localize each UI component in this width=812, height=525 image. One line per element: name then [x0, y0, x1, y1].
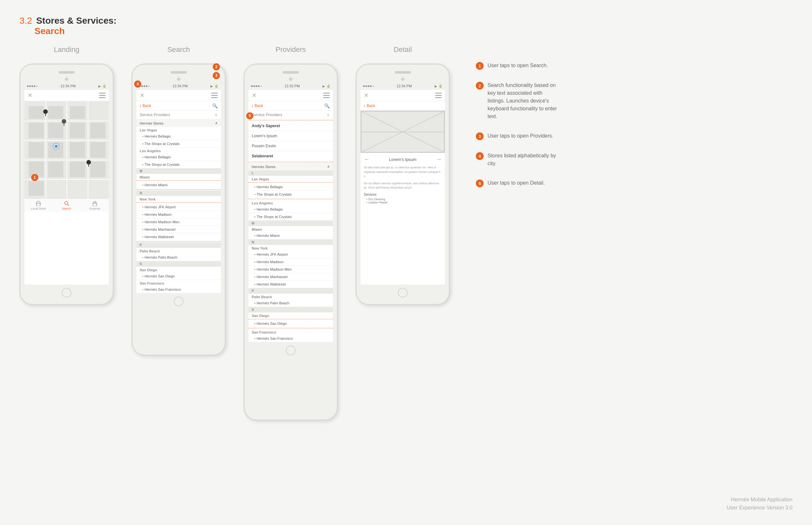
store-palm-p[interactable]: Hermès Palm Beach: [248, 300, 333, 307]
letter-s: S: [136, 261, 221, 267]
dashed-lv-end: [248, 199, 333, 199]
chevron-down-icon-2[interactable]: ∨: [327, 112, 330, 117]
page-header: 3.2 Stores & Services: Search: [19, 16, 117, 36]
prev-arrow[interactable]: ←: [364, 156, 369, 163]
store-wallstreet[interactable]: Hermès Wallstreet: [136, 233, 221, 241]
back-chevron-3[interactable]: ‹: [364, 103, 365, 108]
letter-m: M: [136, 168, 221, 174]
services-section: Services: Dry Cleaning Leather Repair: [364, 193, 442, 204]
store-miami-p[interactable]: Hermès Miami: [248, 232, 333, 239]
close-icon-3[interactable]: ✕: [252, 92, 257, 98]
footer: Hermès Mobile Application User Experienc…: [727, 495, 793, 512]
store-hermes-miami[interactable]: Hermès Miami: [136, 181, 221, 189]
signal-dots-4: [363, 85, 374, 87]
store-bellagio-lv-p[interactable]: Hermès Bellagio: [248, 183, 333, 191]
store-san-francisco[interactable]: Hermès San Francisco: [136, 286, 221, 293]
home-button-3[interactable]: [286, 346, 295, 355]
close-icon[interactable]: ✕: [28, 92, 32, 98]
footer-line2: User Experience Version 3.0: [727, 504, 793, 512]
annotation-badge-5: 5: [476, 179, 484, 187]
signal-dots-3: [251, 85, 262, 87]
provider-lorems[interactable]: Lorem's Ipsum: [248, 131, 333, 141]
dashed-divider-ny: [136, 202, 221, 203]
detail-column: Detail 12:34 PM ▶🔋 ✕ ‹: [356, 45, 450, 305]
store-san-diego[interactable]: Hermès San Diego: [136, 273, 221, 280]
store-crystals-la-p[interactable]: The Shops at Crystals: [248, 213, 333, 221]
home-button-2[interactable]: [174, 297, 184, 306]
provider-bar-2[interactable]: Service Providers ∨: [248, 111, 333, 119]
store-hermes-bellagio-lv[interactable]: Hermès Bellagio: [136, 133, 221, 140]
store-bellagio-la-p[interactable]: Hermès Bellagio: [248, 206, 333, 213]
provider-selab[interactable]: Selaboraret: [248, 151, 333, 161]
letter-s-p: S: [248, 307, 333, 313]
store-group-hermes[interactable]: Hermès Stores ∧: [136, 119, 221, 127]
city-sf-p: San Francisco: [248, 329, 333, 335]
store-palm-beach[interactable]: Hermès Palm Beach: [136, 254, 221, 261]
dashed-sd: [248, 319, 333, 319]
services-title: Services:: [364, 193, 442, 196]
tab-search[interactable]: Search: [53, 199, 81, 212]
provider-possim[interactable]: Possim Exvim: [248, 141, 333, 151]
section-number: 3.2: [19, 16, 32, 26]
provider-bar[interactable]: Service Providers ∨: [136, 111, 221, 119]
hamburger-icon[interactable]: [99, 93, 105, 98]
badge-2: 2: [213, 63, 220, 71]
status-bar-3: 12:33 PM ▶🔋: [248, 84, 333, 89]
back-label-2[interactable]: Back: [255, 104, 263, 108]
store-crystals-lv-p[interactable]: The Shops at Crystals: [248, 191, 333, 198]
store-sf-p[interactable]: Hermès San Francisco: [248, 335, 333, 342]
dashed-top-providers: [248, 120, 333, 120]
back-chevron[interactable]: ‹: [140, 103, 141, 108]
back-label[interactable]: Back: [143, 104, 151, 108]
search-screen: ✕ ‹ Back 🔍 Service Providers ∨ Hermès St…: [136, 90, 221, 293]
badge-5: 5: [246, 112, 253, 119]
store-jfk-p[interactable]: Hermès JFK Airport: [248, 251, 333, 258]
status-icons-2: ▶🔋: [211, 84, 218, 88]
annotation-text-4: Stores listed alphabetically by city.: [488, 152, 560, 167]
store-madison[interactable]: Hermès Madison: [136, 211, 221, 219]
annotation-2: 2 Search functionality based on key text…: [476, 81, 560, 120]
chevron-down-icon[interactable]: ∨: [215, 112, 218, 117]
store-group-hermes-2[interactable]: Hermès Stores ∧: [248, 163, 333, 170]
map-view: 1: [24, 101, 109, 198]
tab-surprise[interactable]: Surprise: [81, 199, 109, 212]
hamburger-icon-3[interactable]: [323, 93, 330, 98]
search-icon[interactable]: 🔍: [212, 103, 218, 108]
store-hermes-bellagio-la[interactable]: Hermès Bellagio: [136, 153, 221, 161]
svg-point-2: [86, 160, 91, 165]
landing-label: Landing: [54, 45, 79, 54]
tab-local-store[interactable]: Local Store: [24, 199, 53, 212]
service-leather-repair: Leather Repair: [364, 201, 442, 204]
back-bar-search: ‹ Back 🔍: [136, 101, 221, 111]
store-madison-p[interactable]: Hermès Madison: [248, 258, 333, 266]
close-icon-4[interactable]: ✕: [364, 92, 369, 98]
search-icon-2[interactable]: 🔍: [324, 103, 330, 108]
store-madison-men-p[interactable]: Hermès Madison Men: [248, 266, 333, 273]
close-icon-2[interactable]: ✕: [140, 92, 145, 98]
store-madison-men[interactable]: Hermès Madison Men: [136, 219, 221, 226]
hamburger-icon-2[interactable]: [211, 93, 218, 98]
store-jfk[interactable]: Hermès JFK Airport: [136, 204, 221, 211]
next-arrow[interactable]: →: [436, 156, 442, 163]
status-icons: ▶🔋: [98, 84, 106, 88]
store-manhasset[interactable]: Hermès Manhasset: [136, 226, 221, 233]
store-wallstreet-p[interactable]: Hermès Wallstreet: [248, 281, 333, 288]
store-sandiego-p[interactable]: Hermès San Diego: [248, 320, 333, 327]
annotation-4: 4 Stores listed alphabetically by city.: [476, 152, 560, 167]
back-chevron-2[interactable]: ‹: [252, 103, 253, 108]
detail-image: [361, 111, 445, 153]
time-3: 12:33 PM: [285, 84, 300, 88]
detail-text-2: No ius tilitani sanctus signiferrumque, …: [364, 181, 442, 190]
store-manhasset-p[interactable]: Hermès Manhasset: [248, 273, 333, 281]
home-button[interactable]: [62, 288, 71, 298]
dashed-lv: [248, 182, 333, 183]
back-label-3[interactable]: Back: [367, 104, 376, 108]
letter-n-p: N: [248, 239, 333, 245]
provider-andys[interactable]: Andy's Saperet: [248, 121, 333, 131]
map-pin-3: [86, 160, 91, 167]
annotation-badge-4: 4: [476, 152, 484, 160]
store-crystals-lv[interactable]: The Shops at Crystals: [136, 140, 221, 148]
store-crystals-la[interactable]: The Shops at Crystals: [136, 161, 221, 168]
hamburger-icon-4[interactable]: [435, 93, 442, 98]
home-button-4[interactable]: [398, 288, 408, 298]
